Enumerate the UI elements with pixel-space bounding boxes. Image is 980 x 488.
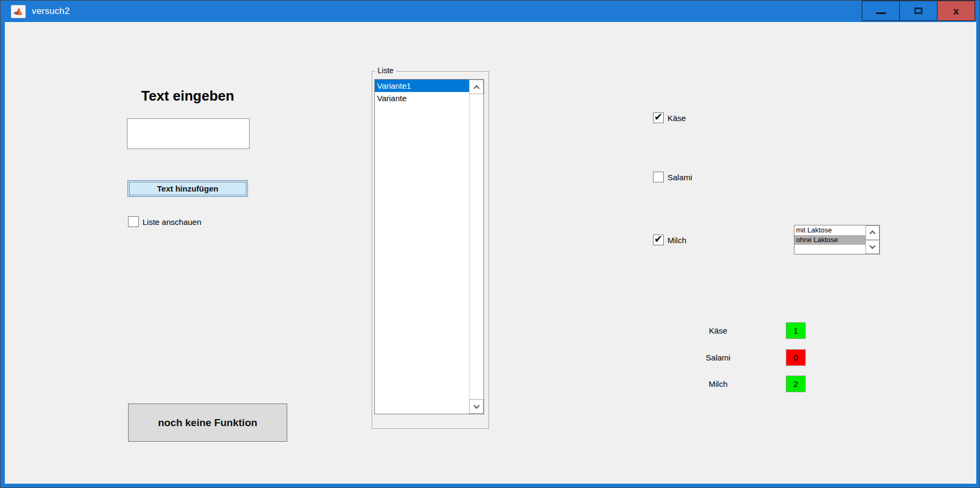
window-controls: x (862, 1, 975, 21)
salami-checkbox[interactable]: ✔ (653, 172, 664, 182)
kaese-checkbox-row: ✔ Käse (653, 112, 686, 123)
checkmark-icon: ✔ (654, 111, 663, 123)
liste-anschauen-checkbox[interactable]: ✔ (128, 216, 139, 227)
chevron-up-icon (869, 231, 875, 237)
result-row-milch: Milch 2 (686, 376, 815, 392)
scroll-down-button[interactable] (865, 240, 879, 254)
maximize-icon (914, 8, 922, 14)
salami-checkbox-row: ✔ Salami (653, 172, 692, 182)
list-item-ohne-laktose[interactable]: ohne Laktose (794, 235, 865, 245)
close-button[interactable]: x (937, 1, 975, 21)
laktose-list-items: mit Laktose ohne Laktose (794, 225, 865, 245)
liste-panel: Liste Variante1 Variante (372, 71, 489, 429)
result-row-kaese: Käse 1 (686, 322, 815, 339)
list-item-variante1[interactable]: Variante1 (375, 80, 469, 92)
checkmark-icon: ✔ (654, 233, 663, 245)
list-item-mit-laktose[interactable]: mit Laktose (794, 225, 865, 235)
text-input[interactable] (127, 118, 250, 149)
milch-checkbox-label: Milch (667, 235, 686, 245)
chevron-down-icon (869, 243, 875, 249)
close-icon: x (953, 6, 959, 16)
minimize-icon (876, 12, 886, 14)
result-label: Milch (686, 379, 750, 388)
varianten-list-items: Variante1 Variante (375, 80, 469, 104)
result-value-box: 0 (786, 349, 806, 366)
laktose-scrollbar[interactable] (865, 225, 879, 254)
maximize-button[interactable] (899, 1, 938, 21)
result-row-salami: Salami 0 (686, 349, 815, 366)
titlebar[interactable]: versuch2 x (1, 1, 979, 22)
result-label: Käse (686, 326, 750, 335)
list-item-variante[interactable]: Variante (375, 92, 469, 104)
kaese-checkbox-label: Käse (667, 112, 686, 123)
minimize-button[interactable] (862, 1, 900, 21)
liste-anschauen-label: Liste anschauen (143, 216, 201, 227)
varianten-listbox[interactable]: Variante1 Variante (374, 79, 484, 414)
noch-keine-funktion-button[interactable]: noch keine Funktion (128, 404, 287, 442)
milch-checkbox-row: ✔ Milch (653, 235, 686, 245)
window-title: versuch2 (32, 6, 70, 17)
result-label: Salami (686, 353, 750, 362)
app-window: versuch2 x Text eingeben Text hinzufügen… (0, 0, 980, 488)
chevron-down-icon (473, 402, 479, 408)
matlab-logo-graphic (13, 6, 24, 16)
scroll-up-button[interactable] (469, 80, 484, 94)
result-value-box: 2 (786, 376, 806, 392)
text-hinzufuegen-button[interactable]: Text hinzufügen (127, 180, 248, 197)
varianten-scrollbar[interactable] (469, 80, 484, 414)
laktose-listbox[interactable]: mit Laktose ohne Laktose (794, 225, 880, 254)
result-value-box: 1 (786, 322, 806, 339)
text-eingeben-heading: Text eingeben (127, 88, 248, 105)
milch-checkbox[interactable]: ✔ (653, 235, 664, 245)
liste-anschauen-checkbox-row: ✔ Liste anschauen (128, 216, 201, 227)
kaese-checkbox[interactable]: ✔ (653, 112, 664, 123)
liste-panel-title: Liste (375, 66, 396, 75)
scroll-up-button[interactable] (865, 225, 879, 240)
scroll-down-button[interactable] (469, 399, 484, 414)
chevron-up-icon (473, 85, 479, 91)
matlab-icon (11, 5, 26, 18)
salami-checkbox-label: Salami (667, 172, 692, 182)
figure-canvas: Text eingeben Text hinzufügen ✔ Liste an… (5, 22, 976, 484)
